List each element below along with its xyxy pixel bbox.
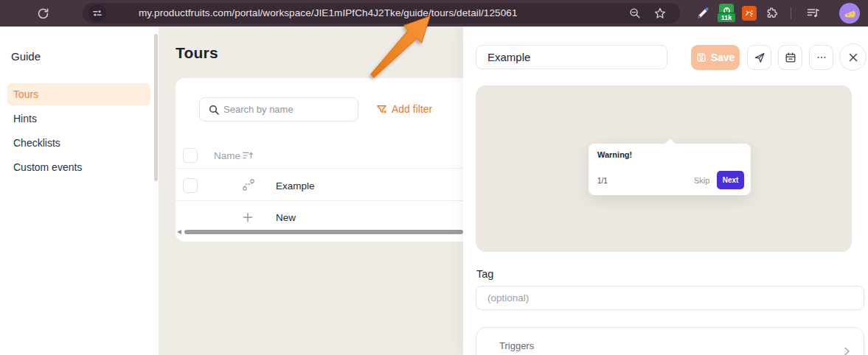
- sidebar-item-checklists[interactable]: Checklists: [7, 132, 150, 154]
- floppy-disk-icon: [696, 52, 706, 63]
- extension-count-badge: 11k: [717, 13, 736, 23]
- zoom-page-icon[interactable]: [628, 7, 642, 20]
- sidebar-item-custom-events[interactable]: Custom events: [7, 156, 150, 178]
- guide-sidebar: Guide Tours Hints Checklists Custom even…: [0, 27, 159, 355]
- pen-extension-icon[interactable]: [695, 5, 711, 21]
- tour-detail-panel: Save Warning! 1/1: [463, 27, 868, 355]
- toolbar-separator: [791, 7, 791, 19]
- tour-step-tooltip: Warning! 1/1 Skip Next: [588, 144, 751, 195]
- publish-send-button[interactable]: [747, 45, 771, 70]
- table-divider: [176, 200, 463, 201]
- table-row[interactable]: Example: [176, 169, 463, 200]
- filter-funnel-icon: [376, 104, 387, 115]
- tooltip-title: Warning!: [597, 150, 632, 159]
- extensions-puzzle-icon[interactable]: [765, 6, 780, 21]
- new-tour-row[interactable]: New: [176, 202, 463, 231]
- sidebar-item-label: Tours: [13, 88, 38, 100]
- add-filter-button[interactable]: Add filter: [376, 102, 432, 116]
- next-button[interactable]: Next: [717, 171, 744, 189]
- chevron-right-icon: [841, 346, 852, 355]
- sort-ascending-icon[interactable]: [242, 150, 254, 164]
- sidebar-item-tours[interactable]: Tours: [7, 83, 150, 105]
- horizontal-scrollbar[interactable]: [184, 230, 463, 234]
- tour-name-input[interactable]: [476, 45, 667, 69]
- tooltip-caret: [665, 138, 676, 144]
- skip-button[interactable]: Skip: [694, 176, 709, 185]
- search-input[interactable]: [223, 98, 353, 121]
- app-root: my.productfruits.com/portal/workspace/JI…: [0, 0, 868, 355]
- tag-label: Tag: [476, 268, 493, 280]
- sidebar-scrollbar[interactable]: [154, 34, 158, 181]
- reload-icon[interactable]: [34, 4, 52, 22]
- new-tour-label[interactable]: New: [276, 212, 296, 223]
- save-button[interactable]: Save: [691, 45, 740, 70]
- media-queue-icon[interactable]: [805, 6, 822, 21]
- browser-toolbar: my.productfruits.com/portal/workspace/JI…: [0, 0, 868, 27]
- sidebar-item-label: Hints: [13, 113, 37, 124]
- bookmark-star-icon[interactable]: [653, 7, 667, 20]
- tag-input[interactable]: [476, 286, 864, 310]
- add-filter-label: Add filter: [392, 103, 432, 115]
- search-icon: [208, 104, 220, 116]
- sidebar-title: Guide: [11, 50, 41, 63]
- schedule-calendar-button[interactable]: [778, 45, 802, 70]
- close-button[interactable]: [839, 43, 867, 71]
- sidebar-item-label: Checklists: [13, 137, 60, 149]
- paper-plane-icon: [754, 52, 765, 63]
- row-checkbox[interactable]: [183, 178, 198, 193]
- search-box: [199, 97, 358, 122]
- plus-icon: [243, 212, 253, 225]
- page-title: Tours: [176, 44, 218, 62]
- name-column-header[interactable]: Name: [214, 150, 240, 161]
- step-progress: 1/1: [597, 177, 608, 185]
- sidebar-item-label: Custom events: [13, 161, 82, 173]
- save-label: Save: [711, 52, 735, 63]
- sidebar-item-hints[interactable]: Hints: [7, 108, 150, 130]
- tours-table-card: Add filter Name Example: [176, 78, 463, 242]
- triggers-label: Triggers: [499, 340, 534, 351]
- calendar-icon: [785, 52, 796, 63]
- tour-name-cell[interactable]: Example: [276, 180, 315, 191]
- profile-avatar[interactable]: [839, 3, 860, 24]
- tours-list-panel: Tours Add filter Name: [159, 27, 463, 355]
- tour-flow-icon: [243, 179, 254, 194]
- orange-extension-icon[interactable]: [742, 6, 757, 21]
- scroll-left-arrow[interactable]: [177, 230, 181, 234]
- select-all-checkbox[interactable]: [183, 148, 198, 163]
- triggers-section[interactable]: Triggers: [476, 327, 864, 355]
- site-settings-icon[interactable]: [88, 4, 106, 22]
- table-divider: [176, 168, 463, 169]
- address-bar[interactable]: my.productfruits.com/portal/workspace/JI…: [83, 3, 680, 24]
- url-text[interactable]: my.productfruits.com/portal/workspace/JI…: [139, 3, 518, 24]
- close-icon: [848, 52, 858, 63]
- ellipsis-icon: [816, 52, 827, 63]
- tour-preview-canvas: Warning! 1/1 Skip Next: [476, 85, 852, 252]
- more-options-button[interactable]: [809, 45, 833, 70]
